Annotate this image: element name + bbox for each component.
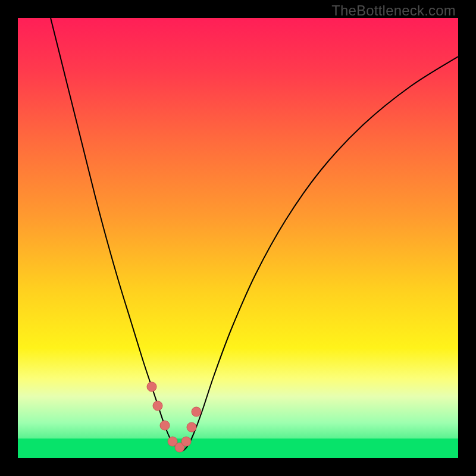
highlight-dot [147,382,156,392]
curve-layer [18,18,458,458]
watermark-text: TheBottleneck.com [331,2,456,19]
bottleneck-curve [51,18,458,451]
highlight-dot [160,421,170,430]
highlight-dot [192,407,201,416]
highlight-dot [181,437,191,446]
plot-frame [18,18,458,458]
highlight-dot [187,422,196,432]
highlight-dot [153,401,162,411]
